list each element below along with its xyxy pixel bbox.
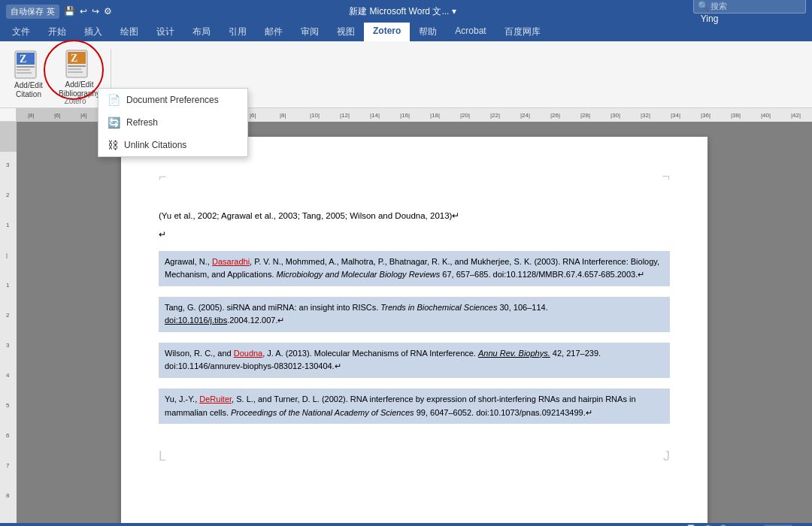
autosave-flag: 英 [47,6,55,17]
tab-zotero[interactable]: Zotero [364,23,410,41]
citation-text: (Yu et al., 2002; Agrawal et al., 2003; … [159,211,452,220]
title-bar: 自动保存 英 💾 ↩ ↪ ⚙ 新建 Microsoft Word 文... ▾ … [0,0,812,23]
tab-view[interactable]: 视图 [328,23,364,41]
tab-draw[interactable]: 绘图 [111,23,147,41]
citation-icon: Z [14,50,44,80]
refresh-label: Refresh [126,117,158,128]
zotero-group-label: Zotero [65,97,86,105]
svg-text:2: 2 [6,192,10,198]
refresh-item[interactable]: 🔄 Refresh [98,111,247,134]
svg-text:|40|: |40| [761,112,771,119]
user-name: Ying [701,14,719,24]
redo-icon[interactable]: ↪ [92,6,99,17]
ref1-text1: Agrawal, N., [165,257,212,266]
svg-text:|6|: |6| [250,112,256,119]
zotero-dropdown-panel: 📄 Document Preferences 🔄 Refresh ⛓ Unlin… [98,88,248,157]
svg-text:2: 2 [6,312,10,319]
left-ruler: 3 2 1 | 1 2 3 4 5 6 7 8 [0,122,17,523]
page-top-markers: ⌐ ¬ [159,167,670,187]
svg-rect-10 [68,68,81,70]
svg-text:|: | [6,252,8,258]
search-icon: 🔍 [698,1,709,11]
tab-baidu[interactable]: 百度网库 [495,23,550,41]
title-bar-right: 🔍 Ying [693,0,806,24]
refresh-icon: 🔄 [108,116,120,128]
svg-text:|36|: |36| [701,112,710,119]
svg-text:1: 1 [6,222,10,228]
ref4-text3: 99, 6047–6052. doi:10.1073/pnas.09214349… [414,408,586,417]
doc-area: ⌐ ¬ (Yu et al., 2002; Agrawal et al., 20… [17,122,812,523]
ribbon: 文件 开始 插入 绘图 设计 布局 引用 邮件 审阅 视图 Zotero 帮助 … [0,23,812,108]
svg-text:|38|: |38| [731,112,741,119]
bottom-left-bracket: L [159,446,166,467]
tab-layout[interactable]: 布局 [183,23,220,41]
document-title: 新建 Microsoft Word 文... [349,6,449,17]
tab-mailings[interactable]: 邮件 [256,23,292,41]
title-bar-left: 自动保存 英 💾 ↩ ↪ ⚙ [6,5,112,19]
status-bar: 第 1 页，共 1 页 119 个字 □ 英语(美国) 📄 📋 🔍 100% 专… [0,523,812,526]
tab-design[interactable]: 设计 [147,23,183,41]
tab-references[interactable]: 引用 [220,23,256,41]
svg-text:|18|: |18| [430,112,440,119]
svg-text:Z: Z [71,53,77,64]
autosave-badge: 自动保存 英 [6,5,59,19]
svg-text:6: 6 [6,432,10,439]
svg-text:|6|: |6| [54,112,61,119]
svg-text:1: 1 [6,282,10,289]
svg-text:|28|: |28| [580,112,590,119]
svg-text:|34|: |34| [671,112,680,119]
doc-page: ⌐ ¬ (Yu et al., 2002; Agrawal et al., 20… [121,137,707,523]
svg-text:|30|: |30| [611,112,620,119]
ref3-text2: , J. A. (2013). Molecular Mechanisms of … [262,349,478,358]
svg-rect-9 [68,65,86,67]
ref2-doi: doi:10.1016/j.tibs [165,316,227,325]
search-input[interactable] [693,0,806,14]
svg-text:Z: Z [20,53,26,65]
unlink-citations-item[interactable]: ⛓ Unlink Citations [98,134,247,156]
tab-insert[interactable]: 插入 [75,23,111,41]
svg-text:8: 8 [6,492,10,499]
document-preferences-item[interactable]: 📄 Document Preferences [98,89,247,111]
svg-text:|32|: |32| [641,112,650,119]
svg-text:|4|: |4| [80,112,87,119]
empty-line: ↵ [159,228,670,241]
svg-text:|16|: |16| [400,112,410,119]
ruler-corner [0,108,17,121]
tab-file[interactable]: 文件 [3,23,39,41]
ref-block-3: Wilson, R. C., and Doudna, J. A. (2013).… [159,343,670,378]
svg-text:|20|: |20| [460,112,470,119]
ref-block-1: Agrawal, N., Dasaradhi, P. V. N., Mohmme… [159,251,670,286]
ref2-text3: .2004.12.007. [227,316,277,325]
svg-text:|10|: |10| [310,112,320,119]
document-preferences-label: Document Preferences [126,95,219,105]
ref4-journal: Proceedings of the National Academy of S… [231,408,414,417]
ref2-journal: Trends in Biochemical Sciences [380,303,497,312]
save-icon[interactable]: 💾 [64,6,75,17]
svg-rect-3 [17,66,35,68]
svg-text:|26|: |26| [550,112,560,119]
tab-review[interactable]: 审阅 [292,23,328,41]
ribbon-content: Z Add/EditCitation Z [0,41,812,107]
title-dropdown-icon[interactable]: ▾ [452,6,456,17]
tab-help[interactable]: 帮助 [410,23,446,41]
bibliography-icon: Z [65,49,95,79]
ribbon-tabs: 文件 开始 插入 绘图 设计 布局 引用 邮件 审阅 视图 Zotero 帮助 … [0,23,812,41]
svg-text:|42|: |42| [791,112,801,119]
unlink-citations-label: Unlink Citations [124,140,186,150]
ref3-journal: Annu Rev. Biophys. [478,349,550,358]
autosave-extra-icon: ⚙ [104,6,112,17]
tab-acrobat[interactable]: Acrobat [446,23,495,41]
svg-text:3: 3 [6,342,10,349]
ref3-doudna: Doudna [234,349,263,358]
title-bar-center: 新建 Microsoft Word 文... ▾ [112,5,693,18]
citation-line: (Yu et al., 2002; Agrawal et al., 2003; … [159,210,670,222]
svg-text:3: 3 [6,162,10,168]
svg-text:5: 5 [6,402,10,409]
undo-icon[interactable]: ↩ [80,6,87,17]
tab-home[interactable]: 开始 [39,23,75,41]
page-bottom-markers: L J [159,446,670,467]
autosave-label: 自动保存 [11,6,44,17]
svg-text:|8|: |8| [28,112,35,119]
svg-text:|14|: |14| [370,112,380,119]
ref1-dasaradhi: Dasaradhi [212,257,250,266]
